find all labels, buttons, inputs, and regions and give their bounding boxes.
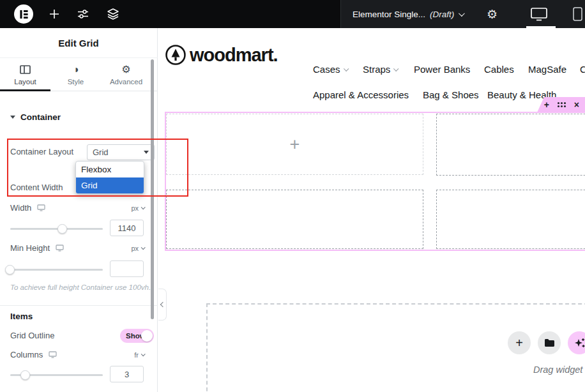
site-settings-button[interactable] xyxy=(77,8,89,20)
add-element-button[interactable] xyxy=(48,8,61,20)
preview-canvas: woodmart. Cases Straps Power Banks Cable… xyxy=(158,28,585,392)
add-container-button[interactable]: + xyxy=(544,97,549,112)
nav-label: Apparel & Accessories xyxy=(313,89,409,100)
preferences-button[interactable]: ⚙ xyxy=(487,0,498,28)
topbar: Elementor Single... (Draft) ⚙ xyxy=(0,0,585,28)
desktop-icon xyxy=(531,8,547,21)
full-height-note: To achieve full height Container use 100… xyxy=(10,283,151,291)
panel-scrollbar[interactable] xyxy=(151,59,154,319)
container-layout-control: Container Layout Grid xyxy=(10,147,144,156)
nav-item-bag-shoes[interactable]: Bag & Shoes xyxy=(423,89,479,100)
nav-item-straps[interactable]: Straps xyxy=(363,64,397,75)
width-input[interactable] xyxy=(110,220,144,236)
site-logo-text: woodmart. xyxy=(190,45,278,66)
selected-grid-container[interactable]: + xyxy=(165,112,585,251)
document-switcher[interactable]: Elementor Single... (Draft) xyxy=(353,0,463,28)
add-actions: + xyxy=(508,331,585,354)
columns-label: Columns xyxy=(10,350,43,359)
plus-icon: + xyxy=(515,331,523,354)
elementor-logo-icon xyxy=(19,10,29,19)
grid-outline-control: Grid Outline Show xyxy=(10,331,144,340)
container-layout-label: Container Layout xyxy=(10,147,73,156)
ai-builder-button[interactable] xyxy=(568,331,585,354)
drag-handle-icon[interactable] xyxy=(558,102,566,107)
columns-slider-handle[interactable] xyxy=(20,370,30,380)
active-device-indicator xyxy=(526,26,556,28)
desktop-responsive-icon[interactable] xyxy=(56,245,64,252)
toggle-knob xyxy=(141,330,153,342)
items-heading: Items xyxy=(10,312,33,321)
container-section-header[interactable]: Container xyxy=(10,112,61,122)
nav-item-apparel-accessories[interactable]: Apparel & Accessories xyxy=(313,89,409,100)
add-section-button[interactable]: + xyxy=(508,331,531,354)
option-grid[interactable]: Grid xyxy=(76,177,144,193)
grid-outline-toggle[interactable]: Show xyxy=(120,329,154,343)
nav-item-cases[interactable]: Cases xyxy=(313,64,347,75)
nav-label: Bag & Shoes xyxy=(423,89,479,100)
grid-cell-1-1[interactable]: + xyxy=(166,114,423,175)
document-status: (Draft) xyxy=(430,10,454,19)
min-height-slider-handle[interactable] xyxy=(5,265,15,275)
chevron-left-icon xyxy=(160,302,165,307)
nav-item-magsafe[interactable]: MagSafe xyxy=(528,64,566,75)
panel-body: Container Container Layout Grid Content … xyxy=(0,28,158,392)
nav-label: C xyxy=(580,64,585,75)
grid-cell-2-2[interactable] xyxy=(436,190,585,249)
site-logo[interactable]: woodmart. xyxy=(165,44,278,66)
nav-label: Power Banks xyxy=(414,64,470,75)
min-height-label: Min Height xyxy=(10,243,50,253)
nav-item-clipped[interactable]: C xyxy=(580,64,585,75)
chevron-down-icon xyxy=(141,245,146,250)
nav-label: Straps xyxy=(363,64,390,75)
select-value: Grid xyxy=(93,147,109,157)
sparkle-ai-icon xyxy=(574,337,585,349)
layers-icon xyxy=(107,8,119,20)
folder-icon xyxy=(544,338,555,347)
chevron-down-icon xyxy=(141,352,146,356)
section-divider xyxy=(0,305,158,306)
elementor-menu-button[interactable] xyxy=(14,4,33,24)
columns-input[interactable] xyxy=(110,366,144,382)
option-flexbox[interactable]: Flexbox xyxy=(76,162,144,177)
unit-label: px xyxy=(131,204,139,212)
nav-item-cables[interactable]: Cables xyxy=(484,64,514,75)
add-widget-plus[interactable]: + xyxy=(167,114,423,174)
width-unit-select[interactable]: px xyxy=(131,204,144,212)
min-height-unit-select[interactable]: px xyxy=(131,245,144,252)
chevron-down-icon xyxy=(141,205,146,209)
container-layout-dropdown: Flexbox Grid xyxy=(75,161,144,194)
unit-label: px xyxy=(131,245,139,252)
chevron-down-icon xyxy=(394,66,399,71)
plus-icon xyxy=(49,8,60,20)
nav-label: Cables xyxy=(484,64,514,75)
structure-button[interactable] xyxy=(107,8,119,20)
desktop-responsive-icon[interactable] xyxy=(49,351,57,358)
grid-outline-label: Grid Outline xyxy=(10,331,54,340)
woodmart-logo-icon xyxy=(165,44,186,66)
gear-icon: ⚙ xyxy=(487,7,498,22)
grid-cell-2-1[interactable] xyxy=(166,190,423,249)
panel-collapse-button[interactable] xyxy=(158,289,167,320)
drag-widget-hint: Drag widget here xyxy=(533,365,585,375)
nav-item-power-banks[interactable]: Power Banks xyxy=(414,64,470,75)
grid-cell-1-2[interactable] xyxy=(436,114,585,176)
min-height-input[interactable] xyxy=(110,260,144,277)
elementor-editor: Elementor Single... (Draft) ⚙ Edit Grid xyxy=(0,0,585,392)
delete-container-button[interactable]: × xyxy=(574,97,579,112)
desktop-responsive-icon[interactable] xyxy=(37,204,45,211)
min-height-slider-track[interactable] xyxy=(10,269,103,271)
width-slider-track[interactable] xyxy=(10,228,103,230)
width-slider-handle[interactable] xyxy=(57,224,67,234)
container-layout-select[interactable]: Grid xyxy=(87,144,155,160)
columns-control-header: Columns fr xyxy=(10,350,144,359)
add-template-button[interactable] xyxy=(538,331,561,354)
chevron-down-icon xyxy=(459,10,465,17)
mobile-view-button[interactable] xyxy=(573,0,582,28)
chevron-down-icon xyxy=(344,66,349,71)
width-control-header: Width px xyxy=(10,203,144,213)
caret-down-icon xyxy=(10,116,15,119)
desktop-view-button[interactable] xyxy=(531,0,547,28)
nav-label: Cases xyxy=(313,64,340,75)
columns-unit-select[interactable]: fr xyxy=(134,351,144,359)
nav-label: MagSafe xyxy=(528,64,566,75)
